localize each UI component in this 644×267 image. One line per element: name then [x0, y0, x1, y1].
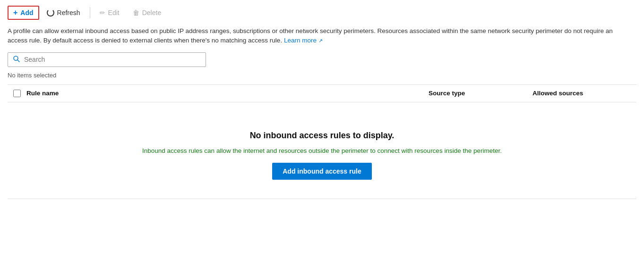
source-type-label: Source type [429, 90, 465, 97]
learn-more-link[interactable]: Learn more [284, 37, 323, 44]
edit-button[interactable]: Edit [94, 6, 125, 19]
edit-icon [100, 9, 105, 17]
allowed-sources-label: Allowed sources [532, 90, 583, 97]
select-all-checkbox[interactable] [13, 90, 21, 97]
table-header: Rule name Source type Allowed sources [8, 85, 636, 102]
edit-label: Edit [108, 9, 120, 17]
search-box [8, 52, 206, 67]
toolbar: + Add Refresh Edit Delete [8, 6, 636, 20]
toolbar-divider [90, 7, 90, 18]
add-button[interactable]: + Add [8, 6, 39, 20]
empty-title: No inbound access rules to display. [250, 131, 395, 141]
delete-button[interactable]: Delete [127, 6, 167, 19]
refresh-icon [47, 9, 54, 17]
no-items-text: No items selected [8, 72, 56, 79]
col-rule-name-header: Rule name [26, 90, 429, 97]
delete-label: Delete [142, 9, 161, 17]
table-container: Rule name Source type Allowed sources No… [8, 84, 636, 199]
search-icon [13, 55, 20, 64]
add-label: Add [20, 9, 33, 17]
learn-more-label: Learn more [284, 37, 317, 44]
description-text: A profile can allow external inbound acc… [8, 26, 622, 46]
search-container [8, 52, 636, 67]
empty-state: No inbound access rules to display. Inbo… [8, 102, 636, 199]
plus-icon: + [13, 9, 17, 17]
empty-desc-text: Inbound access rules can allow the inter… [142, 147, 502, 154]
no-items-selected-label: No items selected [8, 72, 636, 79]
svg-line-1 [17, 60, 19, 62]
rule-name-label: Rule name [26, 90, 59, 97]
delete-icon [133, 9, 139, 17]
search-input[interactable] [24, 56, 201, 63]
header-checkbox-col [8, 90, 26, 97]
col-source-type-header: Source type [429, 90, 532, 97]
refresh-button[interactable]: Refresh [41, 6, 86, 19]
empty-title-text: No inbound access rules to display. [250, 131, 395, 140]
empty-description: Inbound access rules can allow the inter… [142, 147, 502, 154]
add-rule-btn-label: Add inbound access rule [283, 167, 361, 175]
add-inbound-rule-button[interactable]: Add inbound access rule [272, 163, 371, 180]
refresh-label: Refresh [57, 9, 80, 17]
col-allowed-sources-header: Allowed sources [532, 90, 636, 97]
